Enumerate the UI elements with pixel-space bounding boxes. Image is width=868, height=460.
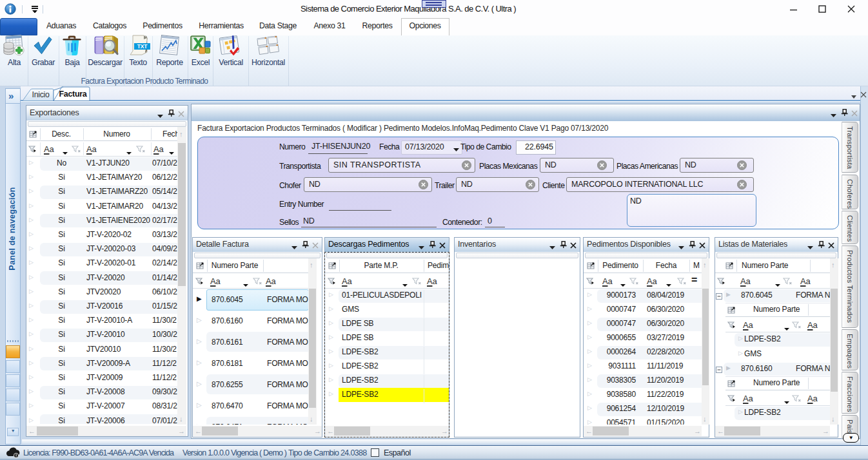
svg-text:TXT: TXT xyxy=(137,43,148,50)
